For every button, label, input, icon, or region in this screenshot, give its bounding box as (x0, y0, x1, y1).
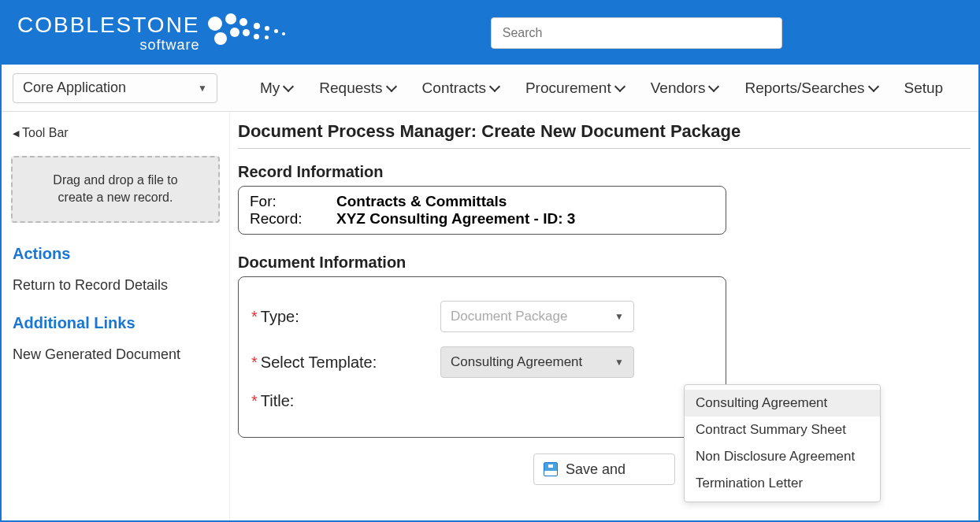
menu-procurement[interactable]: Procurement (525, 80, 624, 97)
menu-requests[interactable]: Requests (319, 80, 395, 97)
menu-bar: Core Application ▼ My Requests Contracts… (2, 65, 978, 112)
record-info-heading: Record Information (238, 163, 971, 181)
record-value: XYZ Consulting Agreement - ID: 3 (336, 210, 575, 228)
top-bar: COBBLESTONE software (2, 2, 978, 65)
type-select-value: Document Package (451, 309, 567, 324)
caret-down-icon: ▼ (614, 357, 624, 368)
menu-my[interactable]: My (260, 80, 292, 97)
required-asterisk: * (251, 392, 258, 409)
save-button[interactable]: Save and (533, 454, 675, 485)
record-info-box: For: Contracts & Committals Record: XYZ … (238, 186, 726, 235)
menu-contracts[interactable]: Contracts (422, 80, 499, 97)
template-label: Select Template: (261, 354, 377, 371)
template-option[interactable]: Contract Summary Sheet (685, 416, 880, 443)
app-selector[interactable]: Core Application ▼ (13, 73, 217, 103)
caret-down-icon: ▼ (614, 311, 624, 322)
save-label: Save and (566, 461, 625, 478)
app-selector-label: Core Application (23, 80, 126, 96)
dropzone-text1: Drag and drop a file to (20, 172, 210, 189)
brand-dots-icon (208, 13, 310, 53)
brand-sub: software (17, 38, 200, 52)
template-select[interactable]: Consulting Agreement ▼ (440, 346, 634, 378)
required-asterisk: * (251, 308, 258, 325)
template-option[interactable]: Non Disclosure Agreement (685, 443, 880, 470)
caret-down-icon: ▼ (198, 83, 207, 94)
search-input[interactable] (491, 17, 782, 49)
sidebar: Tool Bar Drag and drop a file to create … (2, 112, 230, 520)
required-asterisk: * (251, 354, 258, 371)
additional-links-heading: Additional Links (8, 308, 223, 339)
doc-info-heading: Document Information (238, 254, 971, 272)
brand-logo: COBBLESTONE software (17, 13, 310, 53)
main-panel: Document Process Manager: Create New Doc… (230, 112, 978, 520)
title-label: Title: (261, 392, 295, 409)
new-generated-doc-link[interactable]: New Generated Document (8, 339, 223, 377)
save-icon (544, 462, 558, 476)
dropzone[interactable]: Drag and drop a file to create a new rec… (11, 156, 220, 223)
record-label: Record: (250, 210, 336, 228)
template-option[interactable]: Termination Letter (685, 470, 880, 497)
menu-vendors[interactable]: Vendors (651, 80, 718, 97)
dropzone-text2: create a new record. (20, 189, 210, 206)
menu-reports[interactable]: Reports/Searches (744, 80, 877, 97)
brand-name: COBBLESTONE (17, 14, 200, 36)
for-value: Contracts & Committals (336, 193, 507, 210)
toolbar-back-link[interactable]: Tool Bar (8, 123, 223, 143)
return-record-link[interactable]: Return to Record Details (8, 269, 223, 308)
template-option[interactable]: Consulting Agreement (685, 390, 880, 416)
type-label: Type: (261, 308, 299, 325)
template-select-value: Consulting Agreement (451, 354, 582, 370)
type-select[interactable]: Document Package ▼ (440, 301, 634, 332)
template-dropdown: Consulting Agreement Contract Summary Sh… (684, 384, 881, 502)
actions-heading: Actions (8, 239, 223, 269)
page-title: Document Process Manager: Create New Doc… (238, 121, 971, 149)
doc-info-form: *Type: Document Package ▼ *Select Templa… (238, 276, 726, 438)
menu-setup[interactable]: Setup (904, 80, 944, 97)
for-label: For: (250, 193, 336, 210)
